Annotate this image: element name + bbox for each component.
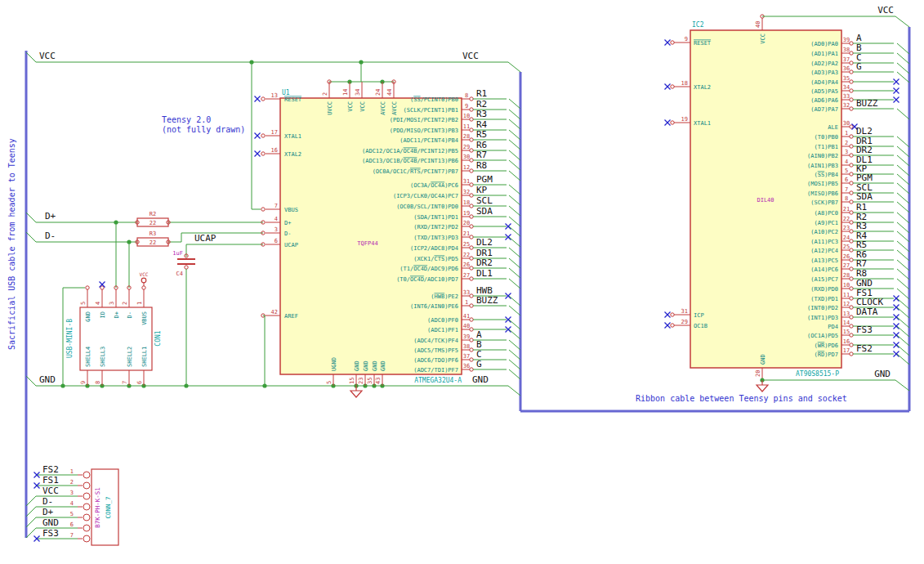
pin-name: (A10)PC2 [810,229,838,235]
pin-end [850,42,853,45]
wire [509,160,520,170]
net-label: FS2 [856,343,873,354]
vcc-symbol [141,278,146,283]
pin-number: 20 [463,220,470,226]
pin-end [261,152,265,155]
teensy-note-line1: Teensy 2.0 [162,115,211,124]
wire [897,317,909,328]
net-label: BUZZ [856,98,878,109]
net-label: GND [874,369,891,379]
pin-number: 22 [463,252,470,258]
pin-number: 16 [843,338,850,345]
net-label: UCAP [194,233,216,244]
junction-dot [249,60,253,64]
pin-name: (RXD/INT2)PD2 [413,224,458,231]
pin-name: (PDI/MOSI/PCINT2)PB2 [390,117,458,123]
net-label: VCC [462,51,479,61]
pin-end [470,257,473,260]
wire [897,193,909,204]
pin-end [470,97,473,101]
ref-r3: R3 [150,231,156,237]
pin-end [86,286,89,289]
pin-name: (A15)PC7 [810,276,838,283]
wire [509,217,520,226]
wire [897,222,909,233]
pin-end [470,194,473,197]
pin-name: (T0/OC4D/ADC10)PD7 [396,276,458,283]
resistor-r3: R322 [136,231,170,246]
gnd-symbol [350,391,362,397]
con1-symbol: USB-MINI-BCON15GND4ID3D+2D-1VBUS9SHELL48… [66,282,162,387]
pin-number: 9 [465,103,468,110]
pin-end [850,297,853,300]
pin-end [850,61,853,65]
pin-number: 1 [70,468,74,475]
pin-number: 42 [271,309,278,316]
pin-number: 3 [275,226,278,233]
pin-end [470,149,473,152]
wire [897,298,909,309]
pin-number: 32 [463,189,470,195]
pin-name: (INT6/AIN0)PE6 [410,303,458,310]
wire [509,185,520,195]
pin-number: 5 [326,381,333,384]
pin-end [470,338,473,342]
pin-number: 27 [843,262,850,269]
wire [897,345,909,356]
pin-name: (A8)PC0 [814,210,838,217]
pin-name: PD4 [828,324,838,330]
pin-end [100,286,104,289]
net-label: D- [42,496,53,507]
net-label: VCC [39,51,56,61]
pin-name: UGND [331,357,337,371]
wire [508,386,520,396]
pin-number: 26 [463,262,470,268]
pin-name: AVCC [391,101,398,115]
pin-end [470,118,473,121]
pin-number: 44 [386,89,393,96]
pin-number: 3 [845,149,848,155]
wire [509,360,520,369]
pin-end [261,208,265,211]
pin-name: (T1/OC4D/ADC9)PD6 [400,266,458,272]
pin-name: (T0)PB0 [814,134,838,141]
pin-end [185,266,188,269]
wire [509,237,520,247]
pin-end [850,125,853,128]
net-label: G [476,359,482,369]
pin-name: (A11)PC3 [810,239,838,245]
ref-c4: C4 [176,271,183,277]
wire [509,258,520,268]
pin-end [850,211,853,214]
wire [26,496,36,506]
wire [509,340,520,350]
ref-con1: CON1 [154,330,162,346]
pin-name: (INT0)PD2 [807,305,838,311]
pin-end [470,215,473,218]
wire [26,232,36,242]
net-label: DL2 [476,237,493,248]
pin-name: GND [380,360,386,371]
pin-name: (HWB)PE2 [431,293,458,300]
wire [26,507,36,517]
pin-number: 2 [322,92,328,96]
pin-number: 6 [275,238,278,244]
net-label: GND [42,517,59,528]
wire [26,52,36,62]
pin-number: 7 [845,186,848,193]
pin-end [850,306,853,309]
wire [897,109,909,119]
pin-number: 15 [349,378,355,384]
wire [26,213,36,222]
pin-number: 31 [681,308,688,315]
pin-number: 4 [70,500,74,507]
pad-circle [83,504,90,510]
pin-name: (OC0B/SCL/INT0)PD0 [396,204,458,210]
pin-name: (SCK)PB7 [810,199,838,206]
pin-end [850,277,853,280]
pin-number: 24 [375,89,382,96]
net-label: DATA [856,307,878,317]
wire [509,350,520,360]
pin-number: 29 [681,319,688,325]
pin-number: 4 [275,216,278,222]
